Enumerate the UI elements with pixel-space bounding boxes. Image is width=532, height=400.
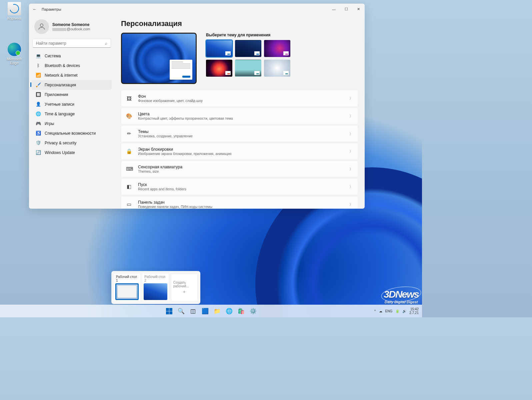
row-title: Сенсорная клавиатура [138, 165, 343, 169]
chevron-right-icon: 〉 [349, 114, 353, 119]
nav-icon: 🖌️ [36, 82, 41, 87]
row-icon: 🎨 [126, 113, 132, 119]
row-title: Цвета [138, 112, 343, 116]
chevron-right-icon: 〉 [349, 202, 353, 207]
sidebar-item-0[interactable]: 💻Система [32, 51, 112, 61]
nav-icon: 🌐 [36, 111, 41, 116]
row-icon: ▭ [126, 201, 132, 207]
sidebar-item-10[interactable]: 🔄Windows Update [32, 148, 112, 157]
row-title: Темы [138, 129, 343, 134]
sidebar-item-7[interactable]: 🎮Игры [32, 119, 112, 128]
store-button[interactable]: 🛍️ [236, 306, 246, 316]
theme-option-3[interactable] [264, 40, 290, 57]
setting-row-5[interactable]: ◧ Пуск Recent apps and items, folders 〉 [121, 178, 358, 195]
settings-window: ← Параметры — ☐ ✕ Someone Someone @outlo… [29, 4, 365, 209]
desktop-preview[interactable] [121, 33, 197, 84]
chevron-right-icon: 〉 [349, 184, 353, 189]
avatar [34, 19, 49, 34]
sidebar-item-6[interactable]: 🌐Time & language [32, 109, 112, 119]
onedrive-icon[interactable]: ☁ [379, 309, 382, 313]
themes-heading: Выберите тему для применения [206, 33, 290, 37]
search-button[interactable]: 🔍 [176, 306, 186, 316]
plus-icon: + [183, 289, 186, 294]
sidebar-item-9[interactable]: 🛡️Privacy & security [32, 138, 112, 148]
widgets-button[interactable]: 🟦 [200, 306, 210, 316]
tray-expand-icon[interactable]: ^ [374, 309, 376, 313]
user-name: Someone Someone [52, 22, 90, 27]
new-desktop-button[interactable]: Создать рабочий... + [171, 274, 198, 301]
theme-option-6[interactable] [264, 60, 290, 77]
theme-option-2[interactable] [235, 40, 261, 57]
row-subtitle: Контрастный цвет, эффекты прозрачности, … [138, 116, 343, 120]
battery-icon[interactable]: 🔋 [395, 309, 399, 313]
taskview-button[interactable]: ◫ [188, 306, 198, 316]
setting-row-2[interactable]: ✏ Темы Установка, создание, управление 〉 [121, 125, 358, 142]
edge-button[interactable]: 🌐 [224, 306, 234, 316]
sidebar-item-label: Игры [45, 121, 54, 126]
sidebar-item-2[interactable]: 📶Network & internet [32, 70, 112, 80]
search-input[interactable] [36, 41, 105, 46]
nav-icon: 👤 [36, 102, 41, 107]
back-button[interactable]: ← [31, 6, 38, 13]
row-icon: ✏ [126, 131, 132, 137]
sidebar-item-4[interactable]: 🔲Приложения [32, 90, 112, 99]
row-title: Панель задач [138, 200, 343, 205]
window-title: Параметры [42, 7, 61, 11]
tray-lang[interactable]: ENG [385, 309, 393, 313]
setting-row-3[interactable]: 🔒 Экран блокировки Изображения экрана бл… [121, 143, 358, 160]
row-subtitle: Themes, size [138, 169, 343, 173]
virtual-desktop-1[interactable]: Рабочий стол 1 [114, 274, 140, 301]
nav-icon: 🛡️ [36, 140, 41, 145]
settings-button[interactable]: ⚙️ [248, 306, 258, 316]
sidebar-item-8[interactable]: ♿Специальные возможности [32, 128, 112, 138]
sidebar-item-label: Персонализация [45, 83, 76, 87]
sidebar-item-label: Bluetooth & devices [45, 63, 80, 68]
virtual-desktop-2[interactable]: Рабочий стол 2 [142, 274, 168, 301]
sidebar-item-3[interactable]: 🖌️Персонализация [32, 80, 112, 90]
system-tray[interactable]: ^ ☁ ENG 🔋 🔊 15:42 2.7.21 [374, 307, 422, 315]
sidebar-item-1[interactable]: ᛒBluetooth & devices [32, 61, 112, 70]
explorer-button[interactable]: 📁 [212, 306, 222, 316]
sidebar-item-label: Система [45, 54, 61, 58]
row-subtitle: Изображения экрана блокировки, приложени… [138, 152, 343, 156]
setting-row-0[interactable]: 🖼 Фон Фоновое изображение, цвет, слайд-ш… [121, 90, 358, 107]
row-title: Пуск [138, 182, 343, 187]
taskview-popup: Рабочий стол 1 Рабочий стол 2 Создать ра… [111, 271, 200, 304]
row-subtitle: Установка, создание, управление [138, 134, 343, 138]
row-icon: ⌨ [126, 166, 132, 172]
sidebar-item-label: Network & internet [45, 73, 78, 78]
sidebar-item-label: Privacy & security [45, 141, 76, 145]
volume-icon[interactable]: 🔊 [402, 309, 406, 313]
maximize-button[interactable]: ☐ [340, 4, 352, 15]
watermark-logo: 3DNews Daily Digital Digest [384, 289, 419, 304]
close-button[interactable]: ✕ [352, 4, 365, 15]
sidebar-item-5[interactable]: 👤Учетные записи [32, 99, 112, 109]
chevron-right-icon: 〉 [349, 96, 353, 101]
setting-row-6[interactable]: ▭ Панель задач Поведение панели задач, П… [121, 196, 358, 209]
desktop-icon-recycle[interactable]: Корзина [3, 2, 26, 20]
setting-row-1[interactable]: 🎨 Цвета Контрастный цвет, эффекты прозра… [121, 108, 358, 124]
theme-option-5[interactable] [235, 60, 261, 77]
row-icon: 🖼 [126, 96, 132, 101]
svg-point-0 [40, 24, 43, 27]
setting-row-4[interactable]: ⌨ Сенсорная клавиатура Themes, size 〉 [121, 161, 358, 177]
sidebar-item-label: Приложения [45, 92, 68, 97]
nav-icon: 💻 [36, 53, 41, 58]
theme-option-4[interactable] [206, 60, 232, 77]
row-title: Экран блокировки [138, 147, 343, 152]
start-button[interactable] [164, 306, 174, 316]
nav-icon: 🔄 [36, 150, 41, 155]
desktop-icon-edge[interactable]: Microsoft Edge [3, 43, 26, 65]
user-account-block[interactable]: Someone Someone @outlook.com [30, 18, 113, 37]
search-box[interactable]: ⌕ [32, 39, 111, 48]
minimize-button[interactable]: — [328, 4, 340, 15]
row-icon: 🔒 [126, 148, 132, 154]
theme-option-1[interactable] [206, 40, 232, 57]
clock[interactable]: 15:42 2.7.21 [409, 307, 419, 315]
user-email: @outlook.com [52, 27, 90, 31]
main-content: Персонализация Выберите тему для примене… [114, 15, 365, 209]
recycle-bin-icon [8, 2, 21, 15]
chevron-right-icon: 〉 [349, 149, 353, 154]
search-icon: ⌕ [105, 41, 107, 46]
taskbar: 🔍 ◫ 🟦 📁 🌐 🛍️ ⚙️ ^ ☁ ENG 🔋 🔊 15:42 2.7.21 [0, 305, 422, 317]
